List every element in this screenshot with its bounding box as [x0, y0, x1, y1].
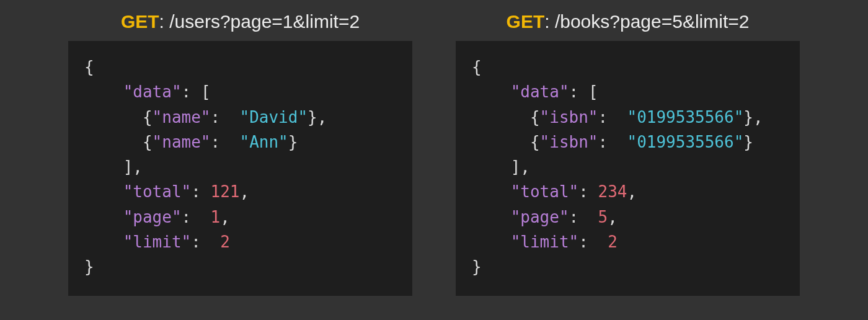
example-left: GET: /users?page=1&limit=2 { "data": [ {…	[68, 11, 412, 296]
request-line: GET: /books?page=5&limit=2	[507, 11, 750, 32]
request-path: /books?page=5&limit=2	[555, 11, 750, 32]
response-body: { "data": [ {"isbn": "0199535566"}, {"is…	[456, 41, 800, 296]
http-method: GET	[121, 11, 159, 32]
request-path: /users?page=1&limit=2	[169, 11, 360, 32]
example-right: GET: /books?page=5&limit=2 { "data": [ {…	[456, 11, 800, 296]
http-method: GET	[507, 11, 545, 32]
response-body: { "data": [ {"name": "David"}, {"name": …	[68, 41, 412, 296]
request-line: GET: /users?page=1&limit=2	[121, 11, 360, 32]
